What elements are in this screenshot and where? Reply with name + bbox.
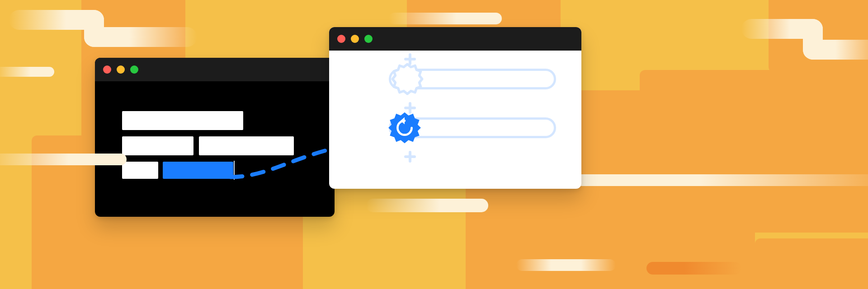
code-block: [199, 136, 294, 155]
code-block-active: [163, 162, 233, 179]
code-block: [122, 162, 158, 179]
minimize-icon[interactable]: [117, 65, 125, 74]
editor-window: [95, 58, 335, 217]
code-block: [122, 111, 243, 130]
bg-tile: [640, 70, 868, 233]
zoom-icon[interactable]: [364, 35, 373, 43]
close-icon[interactable]: [103, 65, 111, 74]
settings-window: [329, 27, 581, 189]
motion-streak: [366, 199, 488, 212]
motion-streak: [0, 154, 127, 165]
code-block: [122, 136, 193, 155]
text-caret: [234, 161, 235, 180]
motion-streak: [803, 40, 868, 60]
refresh-gear-icon[interactable]: [387, 110, 422, 145]
plus-icon[interactable]: [404, 151, 416, 163]
zoom-icon[interactable]: [130, 65, 138, 74]
motion-streak: [570, 174, 868, 186]
minimize-icon[interactable]: [351, 35, 359, 43]
titlebar: [95, 58, 335, 81]
motion-streak: [84, 27, 197, 47]
motion-streak: [516, 259, 616, 271]
settings-body: [329, 51, 581, 189]
close-icon[interactable]: [337, 35, 345, 43]
editor-body: [95, 81, 335, 108]
motion-streak: [0, 67, 54, 77]
titlebar: [329, 27, 581, 51]
gear-outline-icon: [390, 61, 425, 97]
motion-streak: [389, 13, 502, 24]
bg-tile: [755, 238, 868, 289]
motion-streak: [646, 262, 741, 275]
